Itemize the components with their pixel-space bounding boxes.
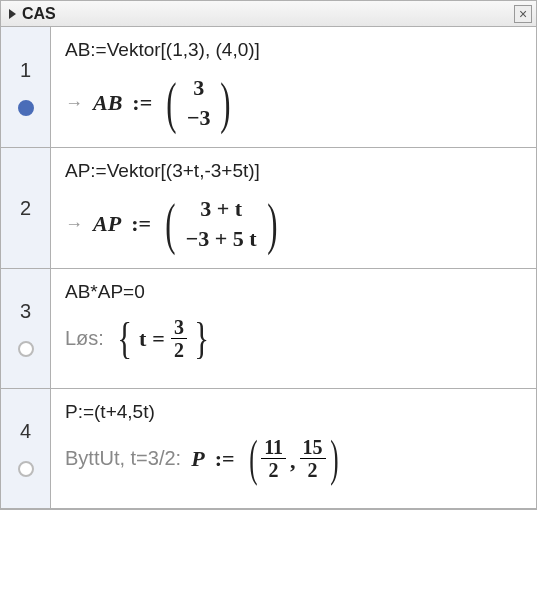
panel-title: CAS bbox=[22, 5, 56, 23]
cas-input[interactable]: AB:=Vektor[(1,3), (4,0)] bbox=[65, 39, 522, 61]
solution-set: { t = 3 2 } bbox=[114, 317, 212, 360]
output-variable: AB bbox=[93, 90, 122, 116]
left-paren-icon: ( bbox=[249, 441, 257, 476]
output-prefix: ByttUt, t=3/2: bbox=[65, 447, 181, 470]
cas-cell[interactable]: P:=(t+4,5t) ByttUt, t=3/2: P := ( 11 2 ,… bbox=[51, 389, 536, 508]
vector-row: 3 + t bbox=[200, 196, 242, 222]
cas-cell[interactable]: AB:=Vektor[(1,3), (4,0)] → AB := ( 3 −3 … bbox=[51, 27, 536, 147]
cas-panel: CAS × 1 AB:=Vektor[(1,3), (4,0)] → AB :=… bbox=[0, 0, 537, 510]
left-paren-icon: ( bbox=[166, 81, 176, 126]
cas-header: CAS × bbox=[1, 1, 536, 27]
left-brace-icon: { bbox=[117, 321, 132, 356]
fraction-num: 3 bbox=[171, 317, 187, 339]
assign-op: := bbox=[132, 90, 152, 116]
tuple-comma: , bbox=[290, 448, 296, 480]
assign-op: := bbox=[215, 446, 235, 472]
eq-lhs: t bbox=[139, 326, 146, 352]
right-brace-icon: } bbox=[194, 321, 209, 356]
visibility-marker-icon[interactable] bbox=[18, 341, 34, 357]
cas-cell[interactable]: AB*AP=0 Løs: { t = 3 2 } bbox=[51, 269, 536, 388]
eq-op: = bbox=[152, 326, 165, 352]
cas-cell[interactable]: AP:=Vektor[(3+t,-3+5t)] → AP := ( 3 + t … bbox=[51, 148, 536, 268]
fraction: 11 2 bbox=[261, 437, 286, 480]
visibility-marker-icon[interactable] bbox=[18, 461, 34, 477]
cas-input[interactable]: AB*AP=0 bbox=[65, 281, 522, 303]
row-gutter[interactable]: 3 bbox=[1, 269, 51, 388]
close-icon: × bbox=[519, 6, 527, 22]
collapse-triangle-icon[interactable] bbox=[9, 9, 16, 19]
row-number: 2 bbox=[20, 197, 31, 220]
visibility-marker-icon[interactable] bbox=[18, 100, 34, 116]
column-vector: ( 3 −3 ) bbox=[162, 75, 235, 131]
cas-output: Løs: { t = 3 2 } bbox=[65, 317, 522, 360]
cas-row: 3 AB*AP=0 Løs: { t = 3 2 } bbox=[1, 269, 536, 389]
output-variable: P bbox=[191, 446, 204, 472]
cas-input[interactable]: AP:=Vektor[(3+t,-3+5t)] bbox=[65, 160, 522, 182]
close-button[interactable]: × bbox=[514, 5, 532, 23]
cas-output: → AP := ( 3 + t −3 + 5 t ) bbox=[65, 196, 522, 252]
right-paren-icon: ) bbox=[267, 202, 277, 247]
cas-output: → AB := ( 3 −3 ) bbox=[65, 75, 522, 131]
fraction-den: 2 bbox=[266, 459, 282, 480]
vector-row: −3 + 5 t bbox=[186, 226, 257, 252]
output-prefix: Løs: bbox=[65, 327, 104, 350]
left-paren-icon: ( bbox=[165, 202, 175, 247]
output-arrow-icon: → bbox=[65, 214, 83, 235]
row-number: 3 bbox=[20, 300, 31, 323]
vector-row: 3 bbox=[193, 75, 204, 101]
assign-op: := bbox=[131, 211, 151, 237]
row-number: 1 bbox=[20, 59, 31, 82]
cas-row: 4 P:=(t+4,5t) ByttUt, t=3/2: P := ( 11 2… bbox=[1, 389, 536, 509]
cas-row: 2 AP:=Vektor[(3+t,-3+5t)] → AP := ( 3 + … bbox=[1, 148, 536, 269]
output-arrow-icon: → bbox=[65, 93, 83, 114]
right-paren-icon: ) bbox=[221, 81, 231, 126]
fraction-den: 2 bbox=[171, 339, 187, 360]
row-gutter[interactable]: 1 bbox=[1, 27, 51, 147]
fraction: 15 2 bbox=[300, 437, 326, 480]
cas-output: ByttUt, t=3/2: P := ( 11 2 , 15 2 ) bbox=[65, 437, 522, 480]
fraction: 3 2 bbox=[171, 317, 187, 360]
vector-row: −3 bbox=[187, 105, 211, 131]
fraction-den: 2 bbox=[305, 459, 321, 480]
tuple: ( 11 2 , 15 2 ) bbox=[245, 437, 343, 480]
fraction-num: 15 bbox=[300, 437, 326, 459]
row-gutter[interactable]: 4 bbox=[1, 389, 51, 508]
right-paren-icon: ) bbox=[330, 441, 338, 476]
cas-row: 1 AB:=Vektor[(1,3), (4,0)] → AB := ( 3 −… bbox=[1, 27, 536, 148]
output-variable: AP bbox=[93, 211, 121, 237]
row-gutter[interactable]: 2 bbox=[1, 148, 51, 268]
cas-input[interactable]: P:=(t+4,5t) bbox=[65, 401, 522, 423]
column-vector: ( 3 + t −3 + 5 t ) bbox=[161, 196, 281, 252]
row-number: 4 bbox=[20, 420, 31, 443]
fraction-num: 11 bbox=[261, 437, 286, 459]
